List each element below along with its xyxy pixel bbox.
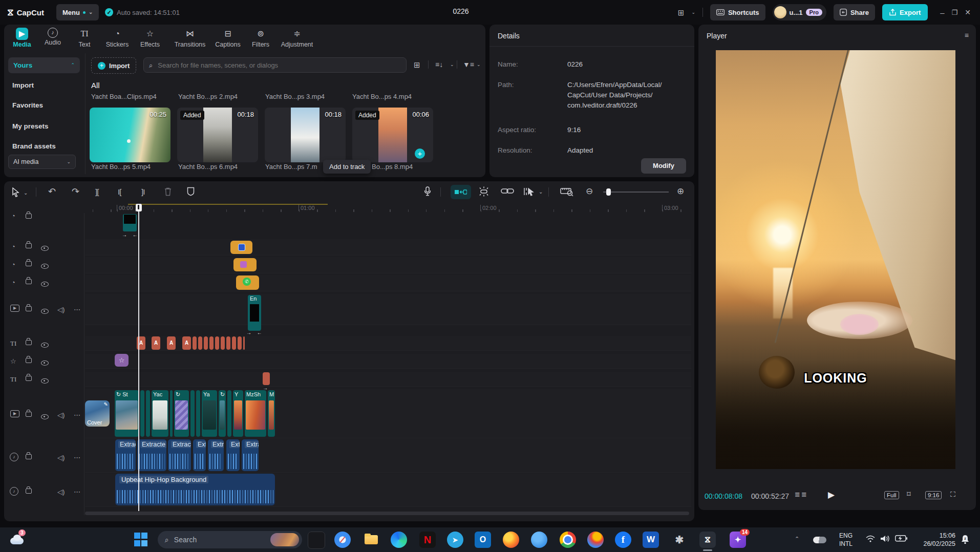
text-clip[interactable] (238, 336, 242, 350)
split-icon[interactable]: ][ (95, 188, 98, 196)
taskbar-search[interactable]: ⌕ Search (158, 531, 302, 548)
eye-icon[interactable] (41, 360, 49, 366)
ai-media-select[interactable]: AI media ⌄ (8, 155, 76, 169)
audio-clip[interactable]: Extract (168, 439, 191, 471)
zoom-slider-handle[interactable] (606, 188, 611, 196)
undo-icon[interactable]: ↶ (48, 187, 56, 196)
text-clip-2[interactable] (263, 372, 270, 385)
lock-icon[interactable] (26, 376, 32, 381)
text-clip[interactable] (232, 336, 236, 350)
eye-icon[interactable] (41, 309, 49, 314)
app-blue-circle[interactable] (531, 532, 547, 548)
layout-chevron-icon[interactable]: ⌄ (691, 10, 695, 15)
tab-effects[interactable]: ☆ Effects (132, 28, 168, 48)
timeline-ruler[interactable]: 00:00 01:00 02:00 03:00 (85, 204, 691, 213)
video-clip[interactable] (196, 390, 200, 437)
split-right-icon[interactable]: ]I (141, 188, 144, 196)
sticker-clip-1[interactable] (230, 241, 252, 254)
video-clip[interactable] (140, 390, 144, 437)
eye-icon[interactable] (41, 343, 49, 348)
lock-icon[interactable] (26, 214, 32, 219)
language-indicator[interactable]: ENG INTL (835, 532, 857, 548)
player-menu-icon[interactable]: ≡ (965, 32, 969, 39)
eye-icon[interactable] (41, 264, 49, 269)
split-left-icon[interactable]: I[ (118, 188, 121, 196)
media-search-input[interactable] (157, 61, 401, 70)
media-filename[interactable]: Yacht Bo...ps 3.mp4 (265, 93, 347, 100)
tab-captions[interactable]: ⊟ Captions (210, 28, 246, 48)
text-clip[interactable]: A (167, 336, 176, 350)
add-to-track-button[interactable]: + (415, 148, 425, 159)
select-adjacent-icon[interactable] (523, 186, 536, 197)
export-button[interactable]: Export (882, 4, 928, 20)
audio-clip[interactable]: Extracte (137, 439, 166, 471)
lock-icon[interactable] (26, 454, 32, 459)
audio-clip[interactable]: Extr (226, 439, 240, 471)
sidebar-item-brand-assets[interactable]: Brand assets (8, 142, 84, 150)
sticker-clip-3[interactable]: ✆ (236, 275, 259, 290)
lock-icon[interactable] (26, 340, 32, 345)
video-clip[interactable]: Y (233, 390, 243, 437)
filter-icon[interactable]: ▼≡ (463, 61, 474, 68)
battery-icon[interactable] (895, 535, 907, 542)
app-netflix[interactable]: N (419, 532, 436, 548)
sort-chevron-icon[interactable]: ⌄ (450, 62, 454, 67)
media-filename[interactable]: Yacht Boa...Clips.mp4 (91, 93, 173, 100)
record-voiceover-icon[interactable] (424, 186, 431, 197)
media-filename[interactable]: Bo...ps 8.mp4 (372, 163, 454, 171)
video-clip[interactable] (146, 390, 150, 437)
sidebar-group-yours[interactable]: Yours ⌃ (8, 57, 80, 73)
link-break-icon[interactable] (478, 186, 490, 197)
app-file-explorer[interactable] (363, 532, 379, 548)
trim-handles[interactable]: → ← (246, 330, 264, 335)
full-toggle[interactable]: Full (884, 491, 899, 499)
app-word[interactable]: W (643, 532, 659, 548)
minimize-button[interactable]: – (940, 9, 944, 16)
app-dark-window[interactable] (308, 532, 325, 549)
video-clip[interactable] (170, 390, 173, 437)
media-card-1[interactable]: 00:25 (90, 108, 171, 162)
video-clip[interactable] (227, 390, 231, 437)
audio-clip[interactable]: Extra (242, 439, 259, 471)
text-clip[interactable] (193, 336, 197, 350)
modify-button[interactable]: Modify (641, 158, 686, 174)
fullscreen-icon[interactable]: ⛶ (950, 491, 955, 498)
media-filename[interactable]: Yacht Bo...ps 4.mp4 (352, 93, 434, 100)
media-filename[interactable]: Yacht Bo...ps 6.mp4 (178, 163, 260, 171)
tab-audio[interactable]: ♪ Audio (35, 28, 71, 46)
app-safari[interactable] (334, 532, 351, 548)
lock-icon[interactable] (26, 358, 32, 363)
lock-icon[interactable] (26, 489, 32, 494)
filter-chevron-icon[interactable]: ⌄ (477, 62, 481, 67)
app-google[interactable] (587, 532, 604, 548)
import-media-button[interactable]: + Import (91, 57, 136, 74)
aspect-ratio-toggle[interactable]: 9:16 (925, 491, 942, 499)
text-clip[interactable] (209, 336, 214, 350)
preview-axis-icon[interactable] (560, 187, 573, 196)
overlay-video-clip[interactable]: En (248, 295, 261, 331)
text-clip[interactable] (198, 336, 202, 350)
video-clip[interactable]: MzSh (245, 390, 266, 437)
media-filename[interactable]: Yacht Bo...ps 7.m (265, 163, 322, 171)
close-button[interactable]: ✕ (965, 9, 971, 16)
speaker-icon[interactable]: ◁) (57, 454, 65, 461)
video-clip[interactable]: ↻ (219, 390, 226, 437)
lock-icon[interactable] (26, 306, 32, 311)
more-options-icon[interactable]: ⋯ (74, 488, 80, 496)
sticker-clip-2[interactable] (233, 258, 257, 271)
timeline-zoom-slider[interactable] (603, 192, 669, 193)
mask-icon[interactable] (187, 187, 195, 196)
playhead[interactable] (138, 204, 139, 511)
play-button[interactable]: ▶ (828, 490, 835, 500)
cover-thumbnail[interactable]: ✎ Cover (85, 400, 110, 427)
video-clip[interactable]: Ya (202, 390, 217, 437)
text-clip[interactable]: A (152, 336, 160, 350)
start-button[interactable] (134, 533, 148, 546)
frames-icon[interactable]: ≣≣ (795, 491, 808, 498)
app-outlook[interactable]: O (475, 532, 491, 548)
text-clip[interactable] (221, 336, 225, 350)
tray-chevron-icon[interactable]: ⌃ (795, 536, 799, 542)
clock-widget[interactable]: 15:06 26/02/2025 (912, 532, 955, 548)
video-clip[interactable]: ↻ (174, 390, 189, 437)
sidebar-item-favorites[interactable]: Favorites (8, 101, 84, 109)
